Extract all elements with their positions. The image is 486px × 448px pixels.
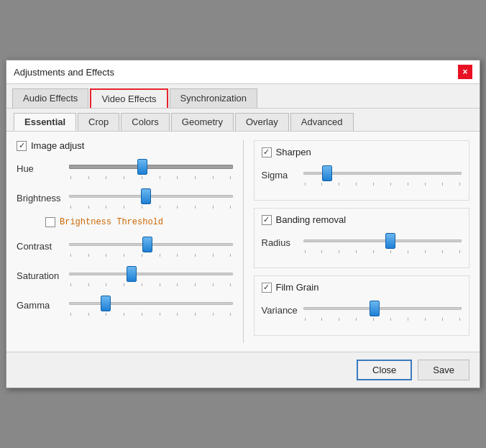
contrast-slider-wrapper (69, 236, 233, 257)
brightness-row: Brightness (17, 188, 233, 209)
sharpen-header: Sharpen (262, 147, 462, 157)
tick (408, 318, 408, 321)
tick (356, 318, 357, 321)
tick (305, 318, 306, 321)
tick (70, 254, 71, 257)
tab-synchronization[interactable]: Synchronization (170, 88, 258, 108)
tick (124, 254, 124, 257)
contrast-ticks (69, 254, 233, 257)
contrast-thumb[interactable] (142, 237, 152, 252)
tick (70, 176, 71, 179)
radius-slider[interactable] (303, 232, 462, 250)
tick (177, 283, 178, 286)
subtab-colors[interactable]: Colors (121, 113, 170, 131)
radius-thumb[interactable] (385, 233, 395, 249)
tick (442, 183, 443, 186)
sigma-slider-wrapper (303, 165, 462, 186)
tab-video-effects[interactable]: Video Effects (90, 88, 168, 108)
tick (124, 283, 124, 286)
saturation-ticks (69, 283, 233, 286)
tick (88, 206, 89, 209)
hue-label: Hue (17, 163, 63, 174)
subtab-overlay[interactable]: Overlay (235, 113, 289, 131)
variance-thumb[interactable] (370, 301, 380, 316)
tick (195, 313, 196, 316)
brightness-thumb[interactable] (141, 188, 151, 204)
tick (160, 206, 160, 209)
tick (339, 318, 339, 321)
tick (160, 313, 160, 316)
left-panel: Image adjust Hue (17, 140, 233, 343)
tick (70, 206, 71, 209)
hue-slider-wrapper (69, 158, 233, 179)
subtab-advanced[interactable]: Advanced (290, 113, 354, 131)
tick (88, 313, 89, 316)
content-area: Image adjust Hue (6, 132, 480, 352)
film-grain-section: Film Grain Variance (254, 275, 470, 336)
variance-slider-wrapper (303, 300, 462, 321)
gamma-label: Gamma (17, 300, 63, 311)
tick (373, 183, 374, 186)
tick (459, 250, 460, 253)
tick (195, 206, 196, 209)
radius-track (303, 239, 462, 242)
tick (390, 250, 391, 253)
hue-slider[interactable] (69, 158, 233, 175)
tick (88, 176, 89, 179)
hue-thumb[interactable] (137, 159, 147, 175)
dialog-title: Adjustments and Effects (14, 67, 114, 78)
title-bar: Adjustments and Effects × (6, 60, 480, 84)
banding-removal-section: Banding removal Radius (254, 208, 470, 268)
tick (195, 176, 196, 179)
image-adjust-checkbox[interactable] (17, 141, 27, 151)
tick (142, 254, 142, 257)
tick (177, 206, 178, 209)
saturation-slider[interactable] (69, 265, 233, 283)
gamma-track (69, 302, 233, 305)
brightness-ticks (69, 206, 233, 209)
sigma-slider[interactable] (303, 165, 462, 182)
image-adjust-header: Image adjust (17, 140, 233, 151)
film-grain-checkbox[interactable] (262, 283, 272, 293)
brightness-slider[interactable] (69, 188, 233, 205)
title-close-button[interactable]: × (458, 65, 472, 79)
tab-audio-effects[interactable]: Audio Effects (12, 88, 88, 108)
brightness-slider-wrapper (69, 188, 233, 209)
tick (106, 176, 106, 179)
tick (230, 313, 231, 316)
sigma-label: Sigma (262, 170, 298, 180)
panel-divider (243, 140, 244, 343)
sharpen-checkbox[interactable] (262, 147, 272, 157)
tick (177, 254, 178, 257)
saturation-track (69, 273, 233, 275)
brightness-threshold-checkbox[interactable] (45, 217, 55, 227)
gamma-row: Gamma (17, 295, 233, 316)
save-button[interactable]: Save (418, 360, 469, 380)
film-grain-label: Film Grain (276, 282, 319, 293)
close-button[interactable]: Close (357, 360, 412, 380)
tick (373, 318, 374, 321)
saturation-thumb[interactable] (127, 266, 137, 282)
gamma-thumb[interactable] (101, 296, 111, 311)
subtab-essential[interactable]: Essential (14, 113, 76, 131)
tick (88, 254, 89, 257)
tick (213, 313, 214, 316)
tick (195, 254, 196, 257)
banding-checkbox[interactable] (262, 215, 272, 225)
sigma-ticks (303, 183, 462, 186)
sigma-row: Sigma (262, 165, 462, 186)
contrast-slider[interactable] (69, 236, 233, 253)
tick (390, 318, 391, 321)
hue-ticks (69, 176, 233, 179)
sigma-thumb[interactable] (322, 165, 332, 181)
variance-slider[interactable] (303, 300, 462, 317)
subtab-crop[interactable]: Crop (78, 113, 119, 131)
tick (106, 206, 106, 209)
banding-header: Banding removal (262, 214, 462, 225)
subtab-geometry[interactable]: Geometry (171, 113, 234, 131)
tick (373, 250, 374, 253)
contrast-label: Contrast (17, 241, 63, 252)
banding-label: Banding removal (276, 214, 347, 225)
gamma-slider[interactable] (69, 295, 233, 312)
film-grain-header: Film Grain (262, 282, 462, 293)
